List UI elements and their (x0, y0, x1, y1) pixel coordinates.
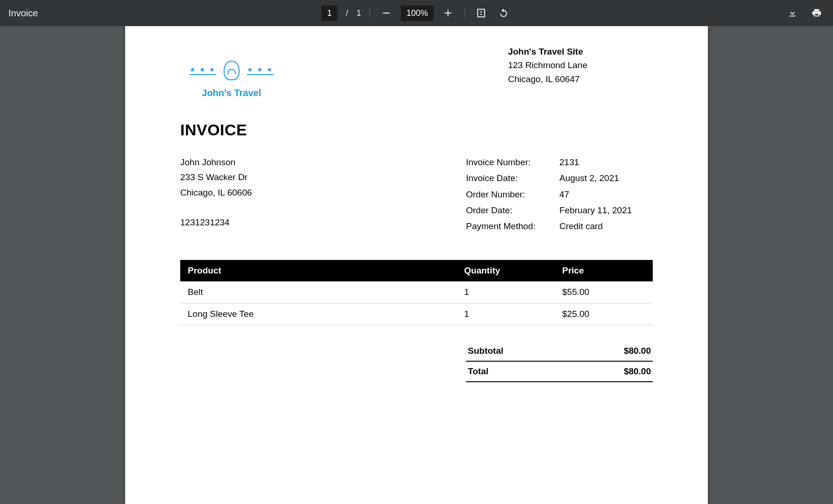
invoice-date-label: Invoice Date: (466, 171, 559, 186)
table-header-row: Product Quantity Price (180, 260, 653, 281)
cell-price: $25.00 (555, 303, 653, 325)
total-pages: 1 (356, 8, 361, 18)
bill-to-address-2: Chicago, IL 60606 (180, 185, 269, 200)
total-label: Total (468, 366, 488, 377)
order-date-value: February 11, 2021 (559, 203, 653, 218)
zoom-out-button[interactable] (379, 5, 395, 21)
viewport[interactable]: ★ ★ ★ ★ ★ ★ John's Travel John's Travel … (0, 26, 833, 504)
order-number-label: Order Number: (466, 187, 559, 202)
zoom-level[interactable]: 100% (401, 6, 434, 21)
total-value: $80.00 (624, 366, 651, 377)
invoice-number-value: 2131 (559, 155, 653, 170)
document-title: Invoice (8, 8, 38, 19)
bill-to-email-redacted (180, 201, 269, 210)
table-row: Long Sleeve Tee 1 $25.00 (180, 303, 653, 325)
svg-rect-0 (383, 13, 390, 14)
page-separator: / (346, 8, 348, 18)
cell-quantity: 1 (457, 303, 555, 325)
invoice-date-value: August 2, 2021 (559, 171, 653, 186)
invoice-meta-table: Invoice Number: 2131 Invoice Date: Augus… (466, 155, 653, 234)
invoice-heading: INVOICE (180, 121, 653, 139)
line-items-table: Product Quantity Price Belt 1 $55.00 Lon… (180, 260, 653, 325)
star-decoration-right: ★ ★ ★ (247, 66, 274, 75)
company-logo-name: John's Travel (190, 88, 274, 98)
rotate-button[interactable] (496, 5, 512, 21)
col-header-quantity: Quantity (457, 260, 555, 281)
subtotal-value: $80.00 (624, 346, 651, 356)
page-number-input[interactable]: 1 (321, 6, 337, 21)
travel-window-icon (224, 61, 240, 80)
svg-rect-3 (478, 9, 485, 17)
bill-to-address-1: 233 S Wacker Dr (180, 170, 269, 185)
print-icon (812, 8, 822, 18)
company-address-1: 123 Richmond Lane (508, 58, 587, 72)
pdf-toolbar: Invoice 1 / 1 100% (0, 0, 833, 26)
totals-block: Subtotal $80.00 Total $80.00 (466, 341, 653, 382)
zoom-in-button[interactable] (440, 5, 456, 21)
page-1: ★ ★ ★ ★ ★ ★ John's Travel John's Travel … (125, 26, 708, 504)
fit-page-icon (476, 8, 487, 18)
cell-quantity: 1 (457, 281, 555, 303)
cell-price: $55.00 (555, 281, 653, 303)
divider (465, 8, 465, 18)
toolbar-center: 1 / 1 100% (321, 5, 511, 21)
payment-method-label: Payment Method: (466, 219, 559, 234)
toolbar-right (784, 5, 825, 21)
bill-to-block: John Johnson 233 S Wacker Dr Chicago, IL… (180, 155, 269, 234)
minus-icon (381, 8, 392, 18)
payment-method-value: Credit card (559, 219, 653, 234)
company-address-2: Chicago, IL 60647 (508, 72, 587, 86)
print-button[interactable] (809, 5, 825, 21)
download-button[interactable] (784, 5, 800, 21)
fit-page-button[interactable] (473, 5, 489, 21)
download-icon (787, 8, 798, 18)
company-address-block: John's Travel Site 123 Richmond Lane Chi… (508, 45, 587, 86)
bill-to-name: John Johnson (180, 155, 269, 170)
bill-to-phone: 1231231234 (180, 215, 269, 230)
cell-product: Long Sleeve Tee (180, 303, 457, 325)
company-name: John's Travel Site (508, 45, 587, 58)
rotate-icon (499, 8, 509, 18)
cell-product: Belt (180, 281, 457, 303)
svg-rect-2 (448, 10, 449, 17)
plus-icon (443, 8, 453, 18)
col-header-price: Price (555, 260, 653, 281)
order-date-label: Order Date: (466, 203, 559, 218)
star-decoration-left: ★ ★ ★ (190, 66, 216, 75)
table-row: Belt 1 $55.00 (180, 281, 653, 303)
invoice-number-label: Invoice Number: (466, 155, 559, 170)
company-logo-block: ★ ★ ★ ★ ★ ★ John's Travel (190, 61, 274, 98)
col-header-product: Product (180, 260, 457, 281)
order-number-value: 47 (559, 187, 653, 202)
divider (370, 8, 370, 18)
subtotal-label: Subtotal (468, 346, 503, 356)
